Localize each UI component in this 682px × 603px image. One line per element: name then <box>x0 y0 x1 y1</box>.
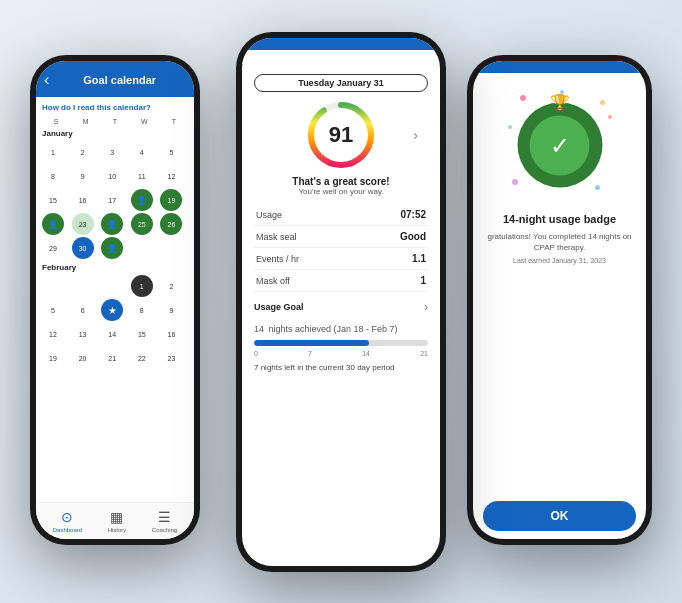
calendar-header: ‹ Goal calendar <box>36 61 194 97</box>
phone-left: ‹ Goal calendar How do I read this calen… <box>30 55 200 545</box>
cal-day[interactable]: 12 <box>42 323 64 345</box>
weekday-t2: T <box>160 118 188 125</box>
nav-label: Coaching <box>152 527 177 533</box>
cal-day[interactable]: 8 <box>42 165 64 187</box>
nav-dashboard[interactable]: ⊙ Dashboard <box>53 509 82 533</box>
stat-value: 1.1 <box>360 248 428 270</box>
cal-day[interactable]: 11 <box>131 165 153 187</box>
cal-star-day[interactable]: ★ <box>101 299 123 321</box>
badge-content: ✓ 🏆 14-night usage badge gratulations! Y… <box>473 73 646 539</box>
stat-mask-seal: Mask seal Good <box>254 226 428 248</box>
dashboard-icon: ⊙ <box>61 509 73 525</box>
stat-label: Mask seal <box>254 226 360 248</box>
score-next-arrow[interactable]: › <box>413 127 418 143</box>
cal-day[interactable]: 17 <box>101 189 123 211</box>
cal-day[interactable]: 15 <box>42 189 64 211</box>
january-label: January <box>42 129 188 138</box>
progress-label-14: 14 <box>362 350 370 357</box>
center-phone-inner: Tuesday January 31 <box>242 38 440 566</box>
stat-mask-off: Mask off 1 <box>254 270 428 292</box>
goal-nights: 14 nights achieved (Jan 18 - Feb 7) <box>254 318 428 336</box>
right-phone-inner: ✓ 🏆 14-night usage badge gratulations! Y… <box>473 61 646 539</box>
cal-day[interactable]: 25 <box>131 213 153 235</box>
cal-day[interactable]: 23 <box>160 347 182 369</box>
badge-main-circle: ✓ <box>517 103 602 188</box>
goal-nights-label: nights achieved (Jan 18 - Feb 7) <box>268 324 397 334</box>
cal-day[interactable]: 21 <box>101 347 123 369</box>
period-text: 7 nights left in the current 30 day peri… <box>254 363 428 372</box>
stat-value: 07:52 <box>360 204 428 226</box>
phone-center: Tuesday January 31 <box>236 32 446 572</box>
cal-goal-day[interactable]: 👤 <box>42 213 64 235</box>
calendar-screen: ‹ Goal calendar How do I read this calen… <box>36 61 194 539</box>
usage-goal-arrow[interactable]: › <box>424 300 428 314</box>
cal-day[interactable]: 9 <box>160 299 182 321</box>
nav-history[interactable]: ▦ History <box>108 509 127 533</box>
cal-goal-day[interactable]: 👤 <box>101 213 123 235</box>
cal-day[interactable]: 20 <box>72 347 94 369</box>
cal-day[interactable]: 12 <box>160 165 182 187</box>
badge-ok-button[interactable]: OK <box>483 501 636 531</box>
weekday-t: T <box>101 118 129 125</box>
february-grid: 1 2 5 6 ★ 8 9 12 13 14 15 16 19 20 <box>42 275 188 369</box>
badge-title: 14-night usage badge <box>503 213 616 225</box>
badge-inner-circle: ✓ <box>530 115 590 175</box>
cal-day[interactable]: 22 <box>131 347 153 369</box>
screens-container: ‹ Goal calendar How do I read this calen… <box>0 0 682 603</box>
cal-day[interactable]: 19 <box>42 347 64 369</box>
cal-day[interactable]: 15 <box>131 323 153 345</box>
progress-bar-fill <box>254 340 369 346</box>
cal-day[interactable]: 2 <box>72 141 94 163</box>
cal-day[interactable]: 29 <box>42 237 64 259</box>
january-grid: 1 2 3 4 5 8 9 10 11 12 15 16 17 👤 <box>42 141 188 259</box>
phone-notch <box>242 50 292 64</box>
cal-day[interactable]: 5 <box>160 141 182 163</box>
date-pill: Tuesday January 31 <box>254 74 428 92</box>
cal-day[interactable]: 14 <box>101 323 123 345</box>
stat-events: Events / hr 1.1 <box>254 248 428 270</box>
progress-label-7: 7 <box>308 350 312 357</box>
cal-day[interactable]: 9 <box>72 165 94 187</box>
badge-top <box>473 61 646 73</box>
cal-day[interactable]: 23 <box>72 213 94 235</box>
stat-label: Mask off <box>254 270 360 292</box>
history-icon: ▦ <box>110 509 123 525</box>
cal-day[interactable]: 3 <box>101 141 123 163</box>
cal-day[interactable]: 6 <box>72 299 94 321</box>
cal-day[interactable]: 8 <box>131 299 153 321</box>
stat-label: Events / hr <box>254 248 360 270</box>
usage-goal-label: Usage Goal <box>254 302 304 312</box>
cal-day[interactable]: 1 <box>131 275 153 297</box>
cal-day[interactable]: 1 <box>42 141 64 163</box>
cal-day[interactable]: 16 <box>72 189 94 211</box>
cal-day[interactable]: 19 <box>160 189 182 211</box>
cal-day[interactable]: 10 <box>101 165 123 187</box>
calendar-help-link[interactable]: How do I read this calendar? <box>42 103 188 112</box>
cal-goal-day[interactable]: 👤 <box>131 189 153 211</box>
coaching-icon: ☰ <box>158 509 171 525</box>
nav-coaching[interactable]: ☰ Coaching <box>152 509 177 533</box>
weekdays-row: S M T W T <box>42 118 188 125</box>
cal-day[interactable]: 26 <box>160 213 182 235</box>
progress-label-21: 21 <box>420 350 428 357</box>
back-arrow[interactable]: ‹ <box>44 71 49 89</box>
cal-day[interactable]: 13 <box>72 323 94 345</box>
left-phone-inner: ‹ Goal calendar How do I read this calen… <box>36 61 194 539</box>
cal-day[interactable]: 2 <box>160 275 182 297</box>
stat-label: Usage <box>254 204 360 226</box>
badge-screen: ✓ 🏆 14-night usage badge gratulations! Y… <box>473 61 646 539</box>
cal-day[interactable]: 16 <box>160 323 182 345</box>
score-label: That's a great score! <box>254 176 428 187</box>
phone-right: ✓ 🏆 14-night usage badge gratulations! Y… <box>467 55 652 545</box>
medal-icon: ✓ <box>550 131 570 159</box>
cal-day[interactable]: 4 <box>131 141 153 163</box>
cal-day[interactable]: 5 <box>42 299 64 321</box>
cal-today[interactable]: 30 <box>72 237 94 259</box>
february-label: February <box>42 263 188 272</box>
bottom-nav: ⊙ Dashboard ▦ History ☰ Coaching <box>36 502 194 539</box>
sleep-top-bar <box>242 38 440 50</box>
weekday-w: W <box>130 118 158 125</box>
cal-goal-day[interactable]: 👤 <box>101 237 123 259</box>
weekday-m: M <box>71 118 99 125</box>
stat-value: Good <box>360 226 428 248</box>
